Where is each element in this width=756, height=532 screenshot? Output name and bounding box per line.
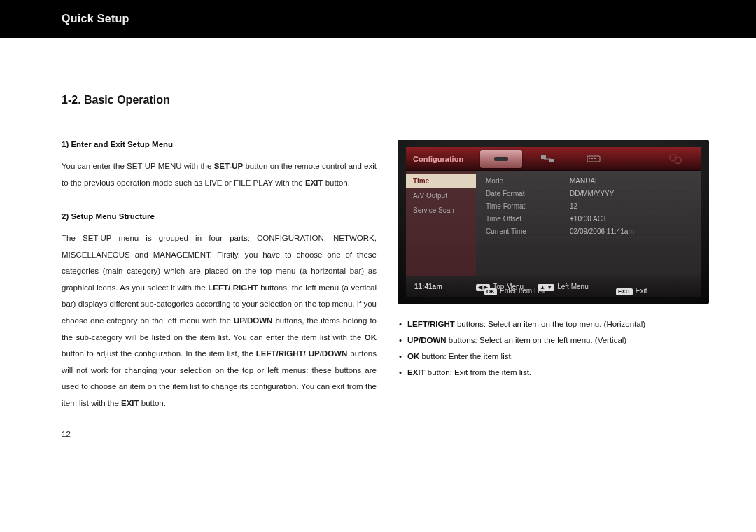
page-number: 12 <box>62 430 377 438</box>
val: 12 <box>570 202 578 210</box>
val: +10:00 ACT <box>570 215 607 223</box>
svg-rect-5 <box>592 158 593 159</box>
sub1-paragraph: You can enter the SET-UP MENU with the S… <box>62 158 377 191</box>
row-dateformat: Date FormatDD/MM/YYYY <box>486 188 692 200</box>
key: Current Time <box>486 227 570 235</box>
bold: LEFT/RIGHT <box>407 320 455 328</box>
ok-key-icon: OK <box>484 288 497 295</box>
bullet-ok: OK button: Enter the item list. <box>398 349 709 365</box>
bold: LEFT/RIGHT/ UP/DOWN <box>256 349 348 358</box>
bold: UP/DOWN <box>234 316 273 325</box>
key: Mode <box>486 177 570 185</box>
key: Time Offset <box>486 215 570 223</box>
val: 02/09/2006 11:41am <box>570 227 634 235</box>
svg-rect-2 <box>549 159 554 162</box>
key: Time Format <box>486 202 570 210</box>
key: Date Format <box>486 190 570 197</box>
text: button. <box>139 399 166 407</box>
bullet-lr: LEFT/RIGHT buttons: Select an item on th… <box>398 316 709 332</box>
hint-exit: EXITExit <box>616 287 647 295</box>
val: MANUAL <box>570 177 599 185</box>
left-menu-time: Time <box>406 174 476 188</box>
row-offset: Time Offset+10:00 ACT <box>486 213 692 225</box>
svg-rect-6 <box>594 158 596 159</box>
svg-rect-4 <box>589 158 590 159</box>
text: buttons will not work for changing your … <box>62 349 377 407</box>
two-column-layout: 1) Enter and Exit Setup Menu You can ent… <box>62 140 714 438</box>
hint-label: Left Menu <box>557 283 588 290</box>
bullet-ud: UP/DOWN buttons: Select an item on the l… <box>398 332 709 349</box>
bold: OK <box>365 333 377 342</box>
section-title: 1-2. Basic Operation <box>62 94 714 106</box>
right-column: Configuration Time A/V Output Service Sc… <box>398 140 709 438</box>
bold-exit: EXIT <box>305 178 323 187</box>
text: button. <box>323 178 350 187</box>
exit-key-icon: EXIT <box>616 288 633 295</box>
tv-main-panel: ModeMANUAL Date FormatDD/MM/YYYY Time Fo… <box>476 171 701 276</box>
gear-icon <box>654 150 696 168</box>
hint-left: ▲ ▼Left Menu <box>538 283 589 291</box>
val: DD/MM/YYYY <box>570 190 614 197</box>
bullet-exit: EXIT button: Exit from the item list. <box>398 365 709 381</box>
tv-body: Time A/V Output Service Scan ModeMANUAL … <box>406 171 701 276</box>
keyboard-icon <box>573 150 615 168</box>
text: button: Enter the item list. <box>419 352 513 360</box>
page-body: 1-2. Basic Operation 1) Enter and Exit S… <box>0 38 756 438</box>
left-menu-av: A/V Output <box>406 188 476 203</box>
tv-inner: Configuration Time A/V Output Service Sc… <box>406 147 701 297</box>
left-menu-scan: Service Scan <box>406 203 476 218</box>
right-bullet-list: LEFT/RIGHT buttons: Select an item on th… <box>398 316 709 381</box>
tv-clock: 11:41am <box>406 283 476 290</box>
text: buttons: Select an item on the left menu… <box>447 336 627 344</box>
row-mode: ModeMANUAL <box>486 175 692 188</box>
row-current: Current Time02/09/2006 11:41am <box>486 225 692 238</box>
bold: EXIT <box>407 368 426 377</box>
svg-rect-1 <box>541 155 546 159</box>
tv-left-menu: Time A/V Output Service Scan <box>406 171 476 276</box>
text: button: Exit from the item list. <box>426 368 531 377</box>
stb-icon <box>480 150 522 168</box>
text: button to adjust the configuration. In t… <box>62 349 256 358</box>
bold: UP/DOWN <box>407 336 447 344</box>
text: buttons: Select an item on the top menu.… <box>455 320 645 328</box>
hint-label: Exit <box>636 287 648 295</box>
hint-enter: OKEnter Item List <box>484 287 545 295</box>
hint-label: Enter Item List <box>500 287 545 295</box>
sub2-paragraph: The SET-UP menu is grouped in four parts… <box>62 230 377 412</box>
bold-setup: SET-UP <box>214 162 244 170</box>
sub2-heading: 2) Setup Menu Structure <box>62 212 377 220</box>
tv-screenshot: Configuration Time A/V Output Service Sc… <box>398 140 709 304</box>
sub1-heading: 1) Enter and Exit Setup Menu <box>62 140 377 148</box>
svg-rect-0 <box>494 157 508 161</box>
svg-point-8 <box>675 157 681 163</box>
network-icon <box>526 150 568 168</box>
page-header: Quick Setup <box>0 0 756 38</box>
bold: LEFT/ RIGHT <box>208 284 258 292</box>
row-timeformat: Time Format12 <box>486 200 692 213</box>
bold: EXIT <box>121 399 139 407</box>
text: You can enter the SET-UP MENU with the <box>62 162 214 170</box>
tv-bottom-bar: 11:41am ◀ ▶Top Menu ▲ ▼Left Menu <box>406 276 701 297</box>
bold: OK <box>407 352 419 360</box>
tv-top-bar: Configuration <box>406 147 701 171</box>
sub2-block: 2) Setup Menu Structure The SET-UP menu … <box>62 212 377 412</box>
left-column: 1) Enter and Exit Setup Menu You can ent… <box>62 140 377 438</box>
header-title: Quick Setup <box>62 13 130 24</box>
config-label: Configuration <box>413 155 476 163</box>
